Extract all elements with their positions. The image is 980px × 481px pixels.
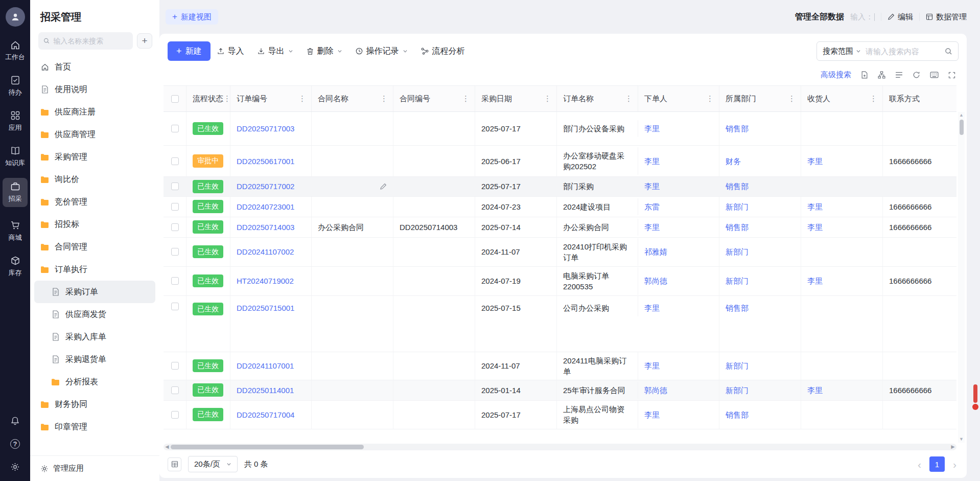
- rail-item-procurement[interactable]: 招采: [3, 178, 28, 207]
- sidebar-item-tender[interactable]: 招投标: [34, 213, 155, 236]
- sitemap-icon[interactable]: [878, 71, 885, 79]
- row-checkbox[interactable]: [171, 277, 179, 285]
- dept-link[interactable]: 销售部: [726, 409, 749, 420]
- row-checkbox[interactable]: [171, 386, 179, 394]
- creator-link[interactable]: 李里: [644, 181, 660, 192]
- column-menu-icon[interactable]: ⋮: [706, 94, 714, 103]
- sidebar-add-button[interactable]: +: [137, 33, 152, 49]
- sidebar-item-supplier-delivery[interactable]: 供应商发货: [34, 303, 155, 326]
- table-horizontal-scrollbar[interactable]: ◄ ►: [164, 444, 956, 450]
- order-no-link[interactable]: DD20250717004: [237, 409, 294, 420]
- column-menu-icon[interactable]: ⋮: [544, 94, 551, 103]
- order-no-link[interactable]: DD20250715001: [237, 303, 294, 313]
- sidebar-item-seal-manage[interactable]: 印章管理: [34, 416, 155, 438]
- prev-page-button[interactable]: ‹: [918, 459, 921, 470]
- dept-link[interactable]: 新部门: [726, 246, 749, 257]
- receiver-link[interactable]: 李里: [807, 276, 823, 286]
- creator-link[interactable]: 李里: [644, 409, 660, 420]
- avatar[interactable]: [6, 7, 25, 27]
- rail-item-workbench[interactable]: 工作台: [5, 40, 25, 62]
- order-no-link[interactable]: DD20250617001: [237, 156, 294, 167]
- order-no-link[interactable]: DD20250714003: [237, 222, 294, 233]
- creator-link[interactable]: 郭尚德: [644, 385, 667, 396]
- scroll-left-arrow[interactable]: ◄: [164, 444, 171, 450]
- operation-log-button[interactable]: 操作记录: [349, 41, 414, 61]
- search-scope-select[interactable]: 搜索范围: [823, 47, 861, 56]
- dept-link[interactable]: 销售部: [726, 123, 749, 134]
- row-checkbox[interactable]: [171, 248, 179, 256]
- page-size-select[interactable]: 20条/页: [188, 456, 238, 472]
- dept-link[interactable]: 新部门: [726, 385, 749, 396]
- sidebar-item-order-execution[interactable]: 订单执行: [34, 258, 155, 281]
- rail-item-todo[interactable]: 待办: [9, 75, 22, 97]
- rail-item-mall[interactable]: 商城: [9, 220, 22, 242]
- row-checkbox[interactable]: [171, 203, 179, 211]
- pagination-settings-button[interactable]: [168, 457, 181, 471]
- scroll-down-arrow[interactable]: ▼: [959, 436, 964, 443]
- order-no-link[interactable]: HT20240719002: [237, 276, 294, 286]
- sidebar-item-purchase-order[interactable]: 采购订单: [34, 281, 155, 303]
- new-record-button[interactable]: + 新建: [168, 41, 211, 61]
- dept-link[interactable]: 销售部: [726, 181, 749, 192]
- table-row[interactable]: 已生效 DD20250717003 2025-07-17 部门办公设备采购 李里…: [164, 112, 956, 146]
- sidebar-item-purchase-inbound[interactable]: 采购入库单: [34, 326, 155, 348]
- rail-item-inventory[interactable]: 库存: [9, 256, 22, 278]
- keyboard-shortcut-icon[interactable]: [930, 72, 939, 78]
- table-search-input[interactable]: [866, 47, 940, 56]
- dept-link[interactable]: 新部门: [726, 201, 749, 212]
- column-menu-icon[interactable]: ⋮: [462, 94, 470, 103]
- sidebar-item-contract-manage[interactable]: 合同管理: [34, 236, 155, 258]
- manage-app-button[interactable]: 管理应用: [30, 455, 159, 481]
- column-menu-icon[interactable]: ⋮: [380, 94, 388, 103]
- table-row[interactable]: 已生效 DD20250114001 2025-01-14 25年审计服务合同 郭…: [164, 380, 956, 401]
- dept-link[interactable]: 新部门: [726, 360, 749, 371]
- table-row[interactable]: 已生效 DD20241107002 2024-11-07 202410打印机采购…: [164, 238, 956, 267]
- row-checkbox[interactable]: [171, 362, 179, 370]
- row-checkbox[interactable]: [171, 303, 179, 310]
- creator-link[interactable]: 李里: [644, 222, 660, 233]
- flow-analysis-button[interactable]: 流程分析: [414, 41, 472, 61]
- input-hint[interactable]: 输入：: [850, 12, 875, 22]
- select-all-checkbox[interactable]: [171, 95, 179, 103]
- creator-link[interactable]: 李里: [644, 123, 660, 134]
- order-no-link[interactable]: DD20241107001: [237, 360, 294, 371]
- table-row[interactable]: 已生效 DD20250717002 2025-07-17 部门采购 李里 销售部: [164, 177, 956, 197]
- export-button[interactable]: 导出: [251, 41, 300, 61]
- sidebar-item-purchase-manage[interactable]: 采购管理: [34, 146, 155, 168]
- fullscreen-icon[interactable]: [948, 72, 955, 79]
- table-row[interactable]: 已生效 HT20240719002 2024-07-19 电脑采购订单22005…: [164, 267, 956, 296]
- table-row[interactable]: 已生效 DD20250714003 办公采购合同 DD20250714003 2…: [164, 217, 956, 238]
- creator-link[interactable]: 郭尚德: [644, 276, 667, 286]
- creator-link[interactable]: 东雷: [644, 201, 660, 212]
- sidebar-search-box[interactable]: [38, 32, 133, 50]
- receiver-link[interactable]: 李里: [807, 156, 823, 167]
- creator-link[interactable]: 李里: [644, 303, 660, 313]
- refresh-icon[interactable]: [913, 71, 920, 79]
- column-menu-icon[interactable]: ⋮: [625, 94, 633, 103]
- sidebar-item-home[interactable]: 首页: [34, 56, 155, 78]
- table-vertical-scrollbar[interactable]: ▲ ▼: [958, 112, 965, 443]
- sidebar-item-analysis-report[interactable]: 分析报表: [34, 371, 155, 393]
- edit-button[interactable]: 编辑: [888, 12, 913, 22]
- table-row[interactable]: 已生效 DD20240723001 2024-07-23 2024建设项目 东雷…: [164, 197, 956, 217]
- order-no-link[interactable]: DD20250114001: [237, 385, 294, 396]
- order-no-link[interactable]: DD20240723001: [237, 201, 294, 212]
- order-no-link[interactable]: DD20241107002: [237, 246, 294, 257]
- creator-link[interactable]: 李里: [644, 156, 660, 167]
- sidebar-item-supplier-manage[interactable]: 供应商管理: [34, 123, 155, 146]
- page-number-button[interactable]: 1: [929, 456, 945, 472]
- row-checkbox[interactable]: [171, 411, 179, 419]
- scroll-right-arrow[interactable]: ►: [949, 444, 956, 450]
- column-menu-icon[interactable]: ⋮: [788, 94, 796, 103]
- edit-cell-icon[interactable]: [380, 183, 387, 190]
- creator-link[interactable]: 李里: [644, 360, 660, 371]
- sidebar-item-finance-collab[interactable]: 财务协同: [34, 393, 155, 416]
- dept-link[interactable]: 销售部: [726, 222, 749, 233]
- help-icon[interactable]: ?: [10, 439, 20, 449]
- order-no-link[interactable]: DD20250717003: [237, 123, 294, 134]
- settings-gear-icon[interactable]: [10, 462, 20, 472]
- row-checkbox[interactable]: [171, 182, 179, 190]
- sidebar-item-instructions[interactable]: 使用说明: [34, 78, 155, 101]
- vertical-scroll-thumb[interactable]: [960, 120, 964, 135]
- row-checkbox[interactable]: [171, 125, 179, 132]
